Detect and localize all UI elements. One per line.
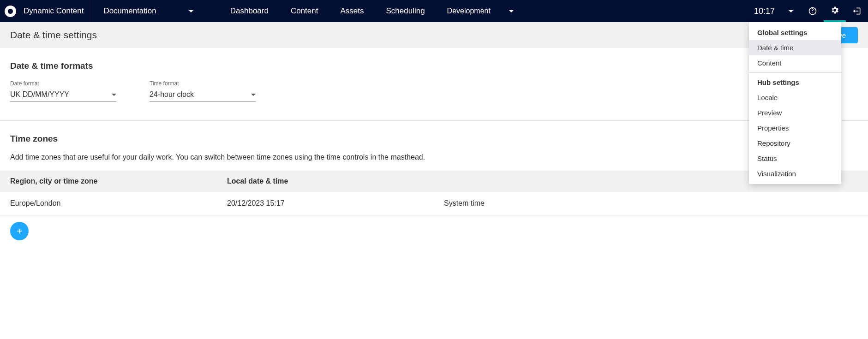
date-format-value: UK DD/MM/YYYY (10, 90, 69, 99)
time-dropdown[interactable]: 10:17 (746, 0, 802, 22)
table-header: Region, city or time zone Local date & t… (0, 171, 868, 192)
nav-scheduling[interactable]: Scheduling (375, 0, 436, 22)
formats-section-title: Date & time formats (10, 61, 858, 71)
app-title: Dynamic Content (24, 6, 84, 16)
menu-item-preview[interactable]: Preview (749, 105, 841, 120)
page-header: Date & time settings Save (0, 22, 868, 48)
cell-region: Europe/London (10, 199, 227, 208)
settings-menu: Global settings Date & time Content Hub … (749, 22, 841, 184)
menu-item-status[interactable]: Status (749, 151, 841, 166)
logout-icon (852, 6, 862, 16)
time-format-select[interactable]: 24-hour clock (150, 88, 256, 102)
column-region: Region, city or time zone (10, 177, 227, 185)
app-brand: Dynamic Content (0, 0, 92, 22)
date-format-select[interactable]: UK DD/MM/YYYY (10, 88, 116, 102)
chevron-down-icon (789, 10, 793, 12)
time-format-label: Time format (150, 80, 256, 87)
menu-item-date-time[interactable]: Date & time (749, 40, 841, 55)
logo-icon (5, 6, 16, 17)
page-title: Date & time settings (10, 30, 97, 41)
selects-row: Date format UK DD/MM/YYYY Time format 24… (10, 80, 858, 102)
logout-button[interactable] (846, 0, 868, 22)
nav-assets[interactable]: Assets (329, 0, 375, 22)
time-format-value: 24-hour clock (150, 90, 194, 99)
content-area: Date & time formats Date format UK DD/MM… (0, 48, 868, 240)
help-button[interactable] (802, 0, 824, 22)
nav-content[interactable]: Content (280, 0, 329, 22)
date-format-label: Date format (10, 80, 116, 87)
gear-icon (830, 6, 839, 15)
menu-item-properties[interactable]: Properties (749, 120, 841, 136)
menu-item-visualization[interactable]: Visualization (749, 166, 841, 181)
menu-global-title: Global settings (749, 25, 841, 40)
org-name: Documentation (103, 6, 156, 16)
topbar: Dynamic Content Documentation Dashboard … (0, 0, 868, 22)
chevron-down-icon (509, 10, 514, 12)
help-icon (808, 6, 817, 16)
chevron-down-icon (189, 10, 193, 12)
column-local: Local date & time (227, 177, 444, 185)
zones-subtext: Add time zones that are useful for your … (10, 153, 858, 161)
plus-icon (15, 227, 24, 235)
chevron-down-icon (112, 94, 116, 96)
zones-section-title: Time zones (10, 134, 858, 144)
nav-dashboard[interactable]: Dashboard (219, 0, 280, 22)
nav-links: Dashboard Content Assets Scheduling Deve… (219, 0, 525, 22)
time-format-field: Time format 24-hour clock (150, 80, 256, 102)
column-tag (444, 177, 661, 185)
date-format-field: Date format UK DD/MM/YYYY (10, 80, 116, 102)
menu-divider (749, 72, 841, 73)
settings-button[interactable] (824, 0, 846, 22)
menu-item-content[interactable]: Content (749, 55, 841, 71)
development-dropdown[interactable]: Development (436, 0, 525, 22)
menu-item-repository[interactable]: Repository (749, 136, 841, 151)
time-value: 10:17 (754, 6, 775, 16)
chevron-down-icon (251, 94, 256, 96)
topbar-right: 10:17 (746, 0, 868, 22)
cell-tag: System time (444, 199, 661, 208)
menu-item-locale[interactable]: Locale (749, 90, 841, 105)
org-dropdown[interactable]: Documentation (92, 0, 208, 22)
add-timezone-button[interactable] (10, 222, 29, 240)
divider (0, 120, 868, 121)
table-row: Europe/London 20/12/2023 15:17 System ti… (0, 192, 868, 215)
menu-hub-title: Hub settings (749, 75, 841, 90)
cell-local: 20/12/2023 15:17 (227, 199, 444, 208)
dev-label: Development (447, 7, 491, 15)
